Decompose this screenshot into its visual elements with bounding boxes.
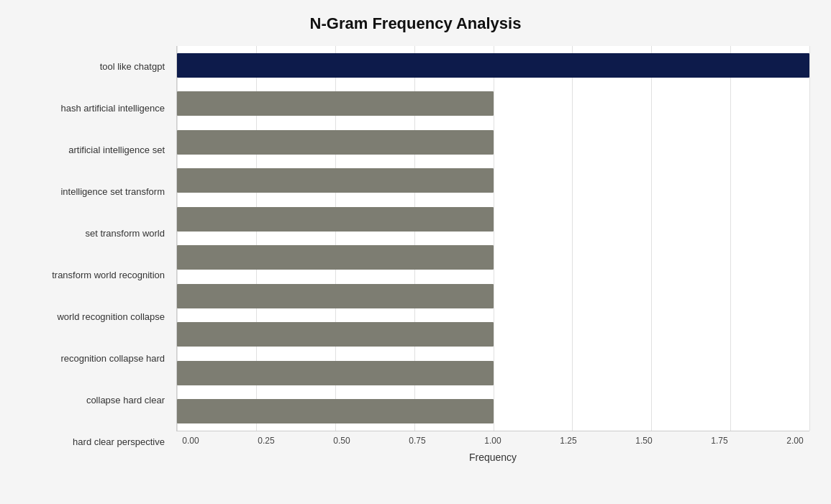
x-tick: 0.50 bbox=[327, 436, 356, 446]
y-label: transform world recognition bbox=[22, 257, 169, 294]
y-label: artificial intelligence set bbox=[22, 132, 169, 169]
x-tick: 0.75 bbox=[403, 436, 432, 446]
x-tick: 0.25 bbox=[252, 436, 281, 446]
bar-row bbox=[177, 316, 809, 353]
y-label: tool like chatgpt bbox=[22, 48, 169, 86]
chart-container: N-Gram Frequency Analysis tool like chat… bbox=[0, 0, 831, 504]
chart-title: N-Gram Frequency Analysis bbox=[22, 14, 809, 33]
bar bbox=[177, 361, 494, 385]
y-label: hard clear perspective bbox=[22, 423, 169, 461]
bar bbox=[177, 168, 494, 193]
bar bbox=[177, 284, 494, 308]
bar-row bbox=[177, 354, 809, 392]
grid-line bbox=[809, 46, 810, 431]
y-label: collapse hard clear bbox=[22, 382, 169, 419]
x-tick: 1.00 bbox=[478, 436, 507, 446]
x-tick: 0.00 bbox=[176, 436, 205, 446]
bar-row bbox=[177, 201, 809, 238]
bar bbox=[177, 322, 494, 347]
bar bbox=[177, 245, 494, 270]
bar bbox=[177, 130, 494, 155]
bar-row bbox=[177, 85, 809, 122]
bar-row bbox=[177, 124, 809, 161]
bar-row bbox=[177, 393, 809, 430]
bar-row bbox=[177, 162, 809, 199]
y-label: set transform world bbox=[22, 215, 169, 252]
x-tick: 1.50 bbox=[630, 436, 658, 446]
y-label: recognition collapse hard bbox=[22, 340, 169, 377]
bar bbox=[177, 91, 494, 116]
x-tick: 1.75 bbox=[705, 436, 734, 446]
bar bbox=[177, 207, 494, 232]
bar-row bbox=[177, 47, 809, 84]
bar-row bbox=[177, 278, 809, 315]
bars-wrapper bbox=[176, 46, 809, 431]
y-label: intelligence set transform bbox=[22, 173, 169, 211]
y-label: world recognition collapse bbox=[22, 298, 169, 336]
y-label: hash artificial intelligence bbox=[22, 90, 169, 127]
bar bbox=[177, 53, 809, 78]
x-tick: 1.25 bbox=[554, 436, 583, 446]
x-axis: 0.000.250.500.751.001.251.501.752.00 bbox=[176, 431, 809, 446]
chart-area: tool like chatgpthash artificial intelli… bbox=[22, 46, 809, 463]
bar-row bbox=[177, 239, 809, 276]
x-axis-label: Frequency bbox=[176, 452, 809, 463]
x-tick: 2.00 bbox=[781, 436, 809, 446]
y-axis: tool like chatgpthash artificial intelli… bbox=[22, 46, 176, 463]
bar bbox=[177, 399, 494, 423]
